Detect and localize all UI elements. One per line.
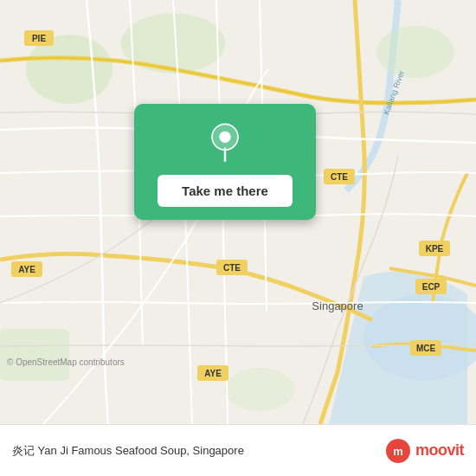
svg-point-26 — [219, 132, 230, 143]
place-info: 炎记 Yan Ji Famous Seafood Soup, Singapore — [12, 443, 384, 459]
location-card: Take me there — [134, 104, 316, 220]
place-name: 炎记 Yan Ji Famous Seafood Soup, Singapore — [12, 443, 244, 459]
svg-text:PIE: PIE — [32, 34, 46, 43]
svg-text:m: m — [393, 445, 403, 458]
svg-text:ECP: ECP — [422, 282, 441, 292]
map-container: PIE CTE CTE AYE AYE KPE ECP MCE Singapor… — [0, 0, 476, 424]
copyright-text: © OpenStreetMap contributors — [7, 357, 125, 367]
moovit-logo: m moovit — [384, 437, 464, 465]
bottom-bar: 炎记 Yan Ji Famous Seafood Soup, Singapore… — [0, 424, 476, 476]
svg-text:AYE: AYE — [18, 265, 35, 274]
svg-rect-5 — [0, 329, 69, 381]
moovit-label: moovit — [415, 441, 464, 460]
svg-text:AYE: AYE — [204, 369, 222, 378]
moovit-icon: m — [384, 437, 412, 465]
svg-text:KPE: KPE — [426, 244, 444, 254]
svg-text:Singapore: Singapore — [312, 299, 363, 312]
location-pin-icon — [203, 121, 247, 164]
svg-text:CTE: CTE — [331, 172, 348, 182]
take-me-there-button[interactable]: Take me there — [158, 175, 293, 207]
svg-point-4 — [376, 26, 454, 78]
svg-point-6 — [225, 368, 294, 411]
svg-text:CTE: CTE — [223, 263, 241, 273]
svg-text:MCE: MCE — [416, 344, 436, 353]
